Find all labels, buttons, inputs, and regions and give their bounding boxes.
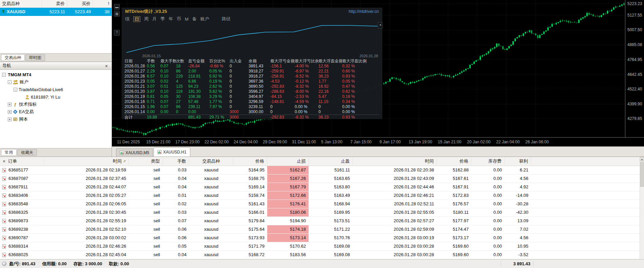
mtdriver-menu-账户[interactable]: 账户 <box>200 16 209 22</box>
mtdriver-menu-周[interactable]: 周 <box>144 16 149 22</box>
stats-cell: 1.77 % <box>209 99 230 104</box>
chart-quick-button-1[interactable]: ▬ <box>114 4 120 10</box>
equity-curve <box>124 23 380 58</box>
tab-常用[interactable]: 常用 <box>1 149 17 156</box>
orders-header-1[interactable]: 时间↗ <box>44 157 129 166</box>
price-axis-label: 4522.40 <box>627 87 642 91</box>
mtdriver-menu-备[interactable]: 备 <box>192 16 197 22</box>
scroll-up-icon[interactable]: ▲ <box>640 157 644 162</box>
orders-header-3[interactable]: 手数 <box>163 157 189 166</box>
order-row-63690787[interactable]: 636907872026.01.28 03:00:02sell0.06xauus… <box>0 234 644 242</box>
stats-row: 2026.01.190.810.0530108.383.29 %03404.97… <box>124 94 379 99</box>
up-arrow-glyph <box>1 9 5 13</box>
order-row-63683406[interactable]: 636834062026.01.28 02:05:27sell0.01xauus… <box>0 191 644 200</box>
tree-item-脚本[interactable]: +脚本 <box>0 116 112 123</box>
chart-tab-XAUUSD,H1[interactable]: XAUUSD,H1 <box>154 147 190 157</box>
orders-header-8[interactable]: 时间 <box>353 157 437 166</box>
mtdriver-menu-年[interactable]: 年 <box>169 16 173 22</box>
order-row-63686325[interactable]: 636863252026.01.28 02:30:45sell0.03xauus… <box>0 208 644 217</box>
order-row-63685177[interactable]: 636851772026.01.28 02:18:59sell0.03xauus… <box>0 166 644 174</box>
order-row-63687087[interactable]: 636870872026.01.28 02:37:45sell0.04xauus… <box>0 174 644 183</box>
order-id-cell: 63689873 <box>0 217 44 225</box>
mtdriver-menu-币[interactable]: 币 <box>177 16 181 22</box>
stats-cell: 2026.01.26 <box>124 74 147 79</box>
stats-cell: -4.00 % <box>295 64 318 69</box>
expand-icon[interactable]: + <box>8 118 12 121</box>
mtdriver-url-link[interactable]: http://mtdriver.cn <box>349 9 379 14</box>
close-price-cell: 5177.97 <box>437 217 471 225</box>
close-time-cell: 2026.01.28 03:00:19 <box>353 234 437 242</box>
order-row-63689238[interactable]: 636892382026.01.28 02:52:10sell0.06xauus… <box>0 225 644 234</box>
mtdriver-menu-季[interactable]: 季 <box>160 16 165 22</box>
collapse-icon[interactable]: - <box>14 88 17 91</box>
tree-item-TradeMaxGlobal-Live6[interactable]: -TradeMaxGlobal-Live6 <box>0 86 112 93</box>
lots-cell: 0.02 <box>163 200 189 208</box>
tree-item-label: 技术指标 <box>19 101 37 107</box>
close-price-cell: 5167.61 <box>437 174 471 183</box>
orders-header-10[interactable]: 库存费 <box>471 157 505 166</box>
collapse-icon[interactable]: - <box>2 73 6 77</box>
chart-quick-button-2[interactable]: ▦ <box>114 11 120 17</box>
mtdriver-menu-综[interactable]: 综 <box>125 16 130 22</box>
market-watch-row-xauusd[interactable]: XAUUSD 5223.11 5223.49 38 <box>0 8 112 16</box>
chart-tab-XAUUSD,M5[interactable]: XAUUSD,M5 <box>116 148 153 157</box>
tree-item-技术指标[interactable]: +ƒ技术指标 <box>0 101 112 108</box>
stats-cell: 0.00 % <box>342 104 379 109</box>
orders-header-4[interactable]: 交易品种 <box>189 157 233 166</box>
stop-loss-cell: 5167.79 <box>267 183 309 191</box>
orders-header-9[interactable]: 价格 <box>437 157 471 166</box>
order-icon <box>2 227 6 232</box>
mtdriver-menu-月[interactable]: 月 <box>152 16 157 22</box>
orders-table-body: 636851772026.01.28 02:18:59sell0.03xauus… <box>0 166 644 259</box>
order-row-63689873[interactable]: 636898732026.01.28 02:55:19sell0.07xauus… <box>0 217 644 225</box>
tree-item-账户[interactable]: -账户 <box>0 78 112 86</box>
orders-header-11[interactable]: 获利 <box>505 157 531 166</box>
orders-header-5[interactable]: 价格 <box>233 157 267 166</box>
chart-area[interactable]: 5223.235127.555007.504885.084764.954642.… <box>112 0 644 146</box>
time-axis-label: 15 Dec 21:00 <box>146 140 170 144</box>
time-axis-label: 13 Jan 19:00 <box>409 140 432 144</box>
stats-header-cell: 最大浮亏金额 <box>270 59 295 64</box>
stats-cell: -8.32 % <box>295 84 318 89</box>
order-row-63688314[interactable]: 636883142026.01.28 02:46:26sell0.05xauus… <box>0 242 644 251</box>
stats-cell: 2026.01.15 <box>124 104 147 109</box>
expand-icon[interactable]: + <box>8 103 12 106</box>
chart-quick-button-3[interactable]: ? <box>114 30 120 36</box>
stats-cell: -2.53 % <box>295 94 318 99</box>
mtdriver-menu-日[interactable]: 日 <box>133 16 140 22</box>
orders-header-2[interactable]: 类型 <box>129 157 163 166</box>
stop-loss-cell: 5180.06 <box>267 208 309 217</box>
collapse-arrow-icon[interactable]: ◄ <box>378 22 383 28</box>
tab-收藏夹[interactable]: 收藏夹 <box>17 149 37 156</box>
tab-即时图[interactable]: 即时图 <box>25 54 45 61</box>
stats-cell: 0 <box>230 94 249 99</box>
order-row-63683548[interactable]: 636835482026.01.28 02:06:05sell0.02xauus… <box>0 200 644 208</box>
orders-header-7[interactable]: 止盈 <box>309 157 353 166</box>
expand-icon[interactable]: + <box>8 110 12 114</box>
order-row-63688025[interactable]: 636880252026.01.28 02:45:04sell0.04xauus… <box>0 251 644 259</box>
stats-row: 2026.01.230.050.0246.860.19 %03697.36-4.… <box>124 79 379 84</box>
stats-cell: 239.11 <box>188 104 209 109</box>
price-axis-label: 4399.90 <box>627 102 642 106</box>
close-time-cell: 2026.01.28 02:59:09 <box>353 225 437 233</box>
collapse-icon[interactable]: - <box>8 80 12 84</box>
take-profit-cell: 5173.51 <box>309 217 353 225</box>
mtdriver-menu-path[interactable]: 路径 <box>222 16 231 22</box>
terminal-scrollbar[interactable]: ▲ <box>640 157 644 260</box>
stats-header-cell: 最大浮盈金额 <box>318 59 342 64</box>
tab-交易品种[interactable]: 交易品种 <box>1 54 25 61</box>
stats-cell: 0.10 <box>160 74 176 79</box>
terminal-close-icon[interactable]: × <box>1 159 7 164</box>
tree-item-TMGM MT4[interactable]: -TMGM MT4 <box>0 71 112 78</box>
scrollbar-thumb[interactable] <box>640 162 644 187</box>
mtdriver-menu-M[interactable]: M <box>185 17 189 22</box>
close-icon[interactable]: × <box>104 63 109 69</box>
tree-item-6181887: Yi Lu[interactable]: 6181887: Yi Lu <box>0 93 112 101</box>
open-price-cell: 5175.64 <box>233 225 267 233</box>
order-type-cell: sell <box>129 191 163 200</box>
order-row-63687911[interactable]: 636879112026.01.28 02:44:07sell0.04xauus… <box>0 183 644 191</box>
time-axis-label: 5 Jan 13:00 <box>321 140 343 144</box>
lots-cell: 0.05 <box>163 242 189 250</box>
orders-header-6[interactable]: 止损 <box>267 157 309 166</box>
tree-item-EA交易[interactable]: +EA交易 <box>0 108 112 116</box>
